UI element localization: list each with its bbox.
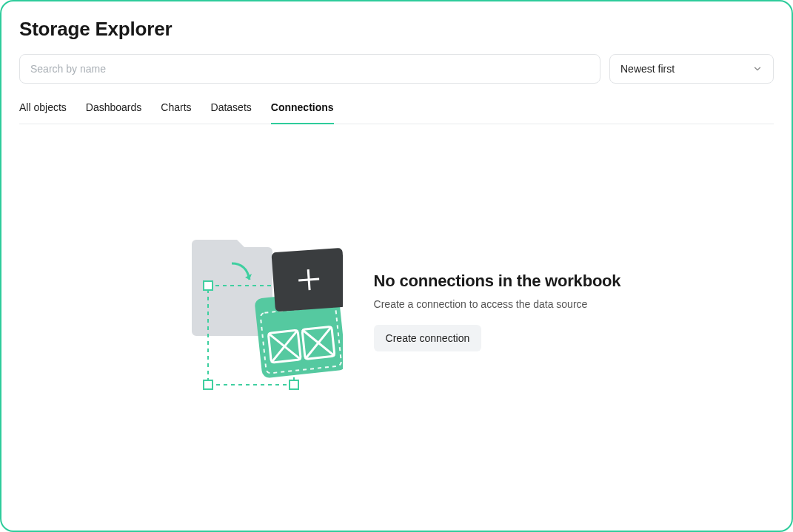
sort-select[interactable]: Newest first [609,54,774,84]
tab-charts[interactable]: Charts [161,101,191,124]
empty-state: No connections in the workbook Create a … [19,130,774,493]
tab-connections[interactable]: Connections [271,101,334,124]
app-frame: Storage Explorer Newest first All object… [0,0,793,532]
empty-subtitle: Create a connection to access the data s… [374,298,621,310]
svg-rect-1 [204,281,213,290]
tab-datasets[interactable]: Datasets [211,101,252,124]
empty-title: No connections in the workbook [374,272,621,291]
tab-all-objects[interactable]: All objects [19,101,67,124]
svg-rect-3 [290,380,298,389]
empty-illustration [187,226,343,397]
page-title: Storage Explorer [19,18,774,41]
chevron-down-icon [752,64,763,74]
create-connection-button[interactable]: Create connection [374,325,482,351]
svg-rect-2 [204,380,213,389]
sort-selected-label: Newest first [620,63,675,75]
tab-dashboards[interactable]: Dashboards [86,101,142,124]
search-input[interactable] [19,54,600,84]
svg-line-14 [298,279,319,280]
controls-row: Newest first [19,54,774,84]
tabs: All objects Dashboards Charts Datasets C… [19,101,774,124]
empty-text: No connections in the workbook Create a … [374,272,621,351]
